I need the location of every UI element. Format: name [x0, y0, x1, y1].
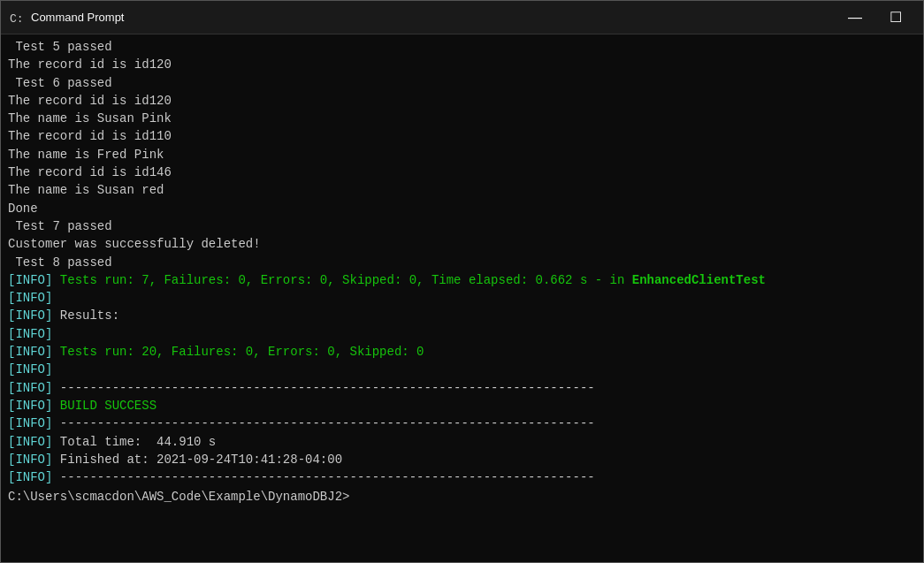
- terminal-line: The name is Susan red: [8, 181, 916, 199]
- terminal-prompt[interactable]: C:\Users\scmacdon\AWS_Code\Example\Dynam…: [8, 488, 916, 506]
- window-controls: — ☐: [835, 1, 916, 34]
- terminal-line: Test 7 passed: [8, 217, 916, 235]
- terminal-line: [INFO] ---------------------------------…: [8, 415, 916, 432]
- terminal-line: Customer was successfully deleted!: [8, 235, 916, 253]
- maximize-button[interactable]: ☐: [875, 1, 916, 34]
- terminal-line: Test 5 passed: [8, 38, 916, 56]
- terminal-line: The record id is id146: [8, 164, 916, 181]
- terminal-line: The record id is id120: [8, 56, 916, 73]
- title-bar: C: Command Prompt — ☐: [1, 1, 923, 34]
- minimize-button[interactable]: —: [835, 1, 875, 34]
- cmd-icon: C:: [8, 9, 26, 27]
- terminal-line: The name is Fred Pink: [8, 146, 916, 164]
- terminal-line: [INFO] Tests run: 20, Failures: 0, Error…: [8, 343, 916, 361]
- terminal-line: [INFO] Tests run: 7, Failures: 0, Errors…: [8, 271, 916, 289]
- terminal-line: The record id is id120: [8, 92, 916, 110]
- terminal-line: Done: [8, 200, 916, 217]
- terminal-line: [INFO] BUILD SUCCESS: [8, 397, 916, 415]
- terminal-body[interactable]: Test 5 passedThe record id is id120 Test…: [1, 34, 923, 562]
- svg-text:C:: C:: [10, 12, 24, 26]
- terminal-line: Test 8 passed: [8, 254, 916, 271]
- terminal-line: [INFO] Finished at: 2021-09-24T10:41:28-…: [8, 451, 916, 468]
- terminal-line: The record id is id110: [8, 127, 916, 145]
- terminal-line: [INFO]: [8, 325, 916, 343]
- terminal-line: Test 6 passed: [8, 74, 916, 92]
- terminal-line: [INFO] Total time: 44.910 s: [8, 433, 916, 451]
- terminal-line: The name is Susan Pink: [8, 110, 916, 127]
- terminal-line: [INFO]: [8, 361, 916, 378]
- terminal-line: [INFO] Results:: [8, 307, 916, 324]
- terminal-line: [INFO] ---------------------------------…: [8, 468, 916, 486]
- terminal-line: [INFO]: [8, 289, 916, 307]
- terminal-line: [INFO] ---------------------------------…: [8, 379, 916, 397]
- window-title: Command Prompt: [31, 11, 835, 24]
- command-prompt-window: C: Command Prompt — ☐ Test 5 passedThe r…: [0, 0, 924, 563]
